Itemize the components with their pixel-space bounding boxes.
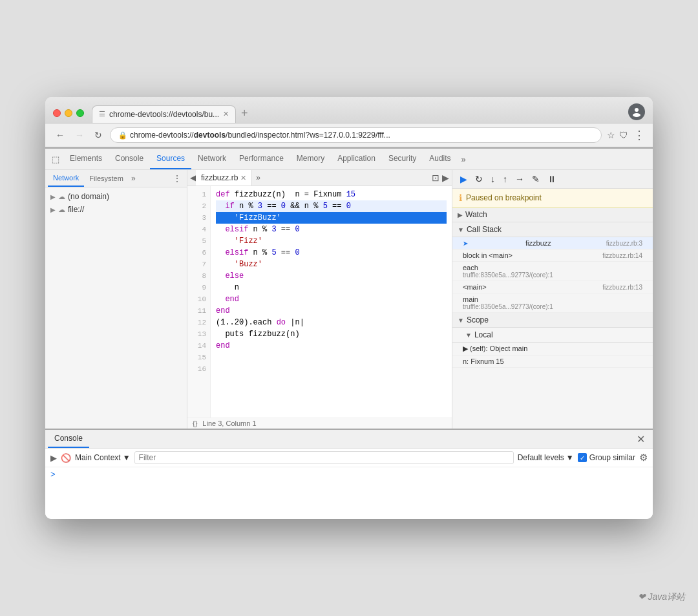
scope-item-n[interactable]: n: Fixnum 15 — [452, 356, 653, 368]
watch-section-header[interactable]: ▶ Watch — [452, 207, 653, 222]
debug-next-btn[interactable]: → — [513, 173, 527, 186]
context-select[interactable]: Main Context ▼ — [75, 453, 131, 462]
tab-close-icon[interactable]: ✕ — [223, 110, 229, 118]
tab-audits[interactable]: Audits — [423, 149, 457, 169]
local-section-header[interactable]: ▼ Local — [452, 328, 653, 343]
tab-console[interactable]: Console — [109, 149, 150, 169]
callstack-item-3[interactable]: <main> fizzbuzz.rb:13 — [452, 281, 653, 293]
callstack-item-4[interactable]: main truffle:8350e5a...92773/(core):1 — [452, 293, 653, 313]
code-line-8: else — [216, 270, 447, 282]
local-arrow-icon: ▼ — [465, 332, 472, 339]
tab-security[interactable]: Security — [382, 149, 423, 169]
panel-more-icon[interactable]: » — [129, 171, 138, 186]
code-line-1: def fizzbuzz(n) n = Fixnum 15 — [216, 189, 447, 200]
console-tabs: Console ✕ — [45, 430, 653, 449]
callstack-fn-0: fizzbuzz — [525, 239, 551, 247]
browser-tab[interactable]: ☰ chrome-devtools://devtools/bu... ✕ — [92, 105, 236, 123]
local-label: Local — [474, 330, 493, 339]
tab-elements[interactable]: Elements — [63, 149, 109, 169]
scope-item-self[interactable]: ▶ (self): Object main — [452, 343, 653, 356]
debug-step-over-btn[interactable]: ↻ — [472, 173, 485, 186]
tree-item-file-label: file:// — [68, 205, 84, 214]
line-numbers: 12345 678910 1112131415 16 — [187, 186, 211, 418]
console-tab-console[interactable]: Console — [48, 430, 89, 448]
console-prompt[interactable]: > — [50, 470, 648, 480]
console-filter-input[interactable] — [134, 451, 514, 464]
editor-tabs: ◀ fizzbuzz.rb ✕ » ⊡ ▶ — [187, 170, 452, 186]
tree-arrow-icon-2: ▶ — [50, 206, 56, 213]
maximize-button[interactable] — [76, 109, 84, 117]
editor-exec-controls: ⊡ ▶ — [432, 173, 449, 183]
scope-n-label: n: Fixnum 15 — [463, 357, 504, 365]
code-line-10: end — [216, 293, 447, 305]
tree-item-nodomain[interactable]: ▶ ☁ (no domain) — [45, 190, 187, 203]
debug-step-out-btn[interactable]: ↑ — [500, 173, 510, 186]
scope-section-header[interactable]: ▼ Scope — [452, 313, 653, 328]
devtools-more-tabs[interactable]: » — [458, 149, 470, 169]
title-bar: ☰ chrome-devtools://devtools/bu... ✕ + — [45, 97, 653, 123]
menu-button[interactable]: ⋮ — [633, 128, 645, 142]
svg-point-0 — [635, 108, 639, 112]
panel-menu-icon[interactable]: ⋮ — [170, 171, 184, 186]
status-bar: {} Line 3, Column 1 — [187, 418, 452, 429]
scope-self-label: ▶ (self): Object main — [463, 345, 527, 352]
devtools-panel: ⬚ Elements Console Sources Network Perfo… — [45, 147, 653, 429]
exec-jump-icon[interactable]: ⊡ — [432, 173, 439, 183]
group-similar-checkbox[interactable]: ✓ — [578, 453, 587, 462]
new-tab-button[interactable]: + — [236, 104, 253, 123]
console-block-btn[interactable]: 🚫 — [61, 453, 71, 463]
callstack-item-0[interactable]: fizzbuzz fizzbuzz.rb:3 — [452, 237, 653, 250]
editor-tab-fizzbuzz[interactable]: fizzbuzz.rb ✕ — [196, 170, 252, 186]
code-line-9: n — [216, 282, 447, 293]
group-similar-toggle[interactable]: ✓ Group similar — [578, 453, 635, 462]
forward-button[interactable]: → — [72, 129, 87, 142]
console-tab-label: Console — [54, 434, 83, 443]
console-run-btn[interactable]: ▶ — [50, 453, 57, 463]
tab-performance[interactable]: Performance — [233, 149, 290, 169]
callstack-item-2[interactable]: each truffle:8350e5a...92773/(core):1 — [452, 262, 653, 281]
tab-application[interactable]: Application — [331, 149, 382, 169]
code-line-2: if n % 3 == 0 && n % 5 == 0 — [216, 200, 447, 212]
panel-tab-network[interactable]: Network — [48, 170, 84, 187]
url-actions: ☆ 🛡 — [607, 130, 628, 140]
levels-arrow-icon: ▼ — [566, 453, 574, 462]
tree-item-file[interactable]: ▶ ☁ file:// — [45, 203, 187, 216]
code-line-13: (1..20).each do |n| — [216, 317, 447, 328]
debug-deactivate-btn[interactable]: ✎ — [529, 173, 542, 186]
editor-back-icon[interactable]: ◀ — [190, 173, 196, 182]
callstack-item-1[interactable]: block in <main> fizzbuzz.rb:14 — [452, 250, 653, 262]
panel-tab-filesystem[interactable]: Filesystem — [84, 171, 129, 186]
code-line-14: puts fizzbuzz(n) — [216, 328, 447, 340]
debug-step-in-btn[interactable]: ↓ — [488, 173, 498, 186]
context-label: Main Context — [75, 453, 121, 462]
devtools-inspector-icon[interactable]: ⬚ — [48, 149, 63, 169]
close-button[interactable] — [53, 109, 61, 117]
left-panel: Network Filesystem » ⋮ ▶ ☁ (no domain) ▶… — [45, 170, 187, 429]
tab-sources[interactable]: Sources — [150, 149, 191, 169]
tab-memory[interactable]: Memory — [290, 149, 331, 169]
code-line-15: end — [216, 340, 447, 352]
debug-pause-btn[interactable]: ⏸ — [545, 173, 559, 186]
extension-button[interactable]: 🛡 — [619, 130, 628, 140]
code-line-11: end — [216, 305, 447, 317]
console-toolbar: ▶ 🚫 Main Context ▼ Default levels ▼ ✓ Gr… — [45, 449, 653, 467]
debug-resume-btn[interactable]: ▶ — [458, 173, 470, 186]
bookmark-button[interactable]: ☆ — [607, 130, 615, 140]
cloud-icon-2: ☁ — [58, 206, 65, 214]
minimize-button[interactable] — [65, 109, 72, 117]
callstack-fn-3: <main> — [463, 283, 487, 291]
console-settings-btn[interactable]: ⚙ — [639, 452, 648, 463]
exec-format-icon[interactable]: ▶ — [442, 173, 449, 183]
callstack-section-header[interactable]: ▼ Call Stack — [452, 222, 653, 237]
level-select[interactable]: Default levels ▼ — [518, 453, 574, 462]
back-button[interactable]: ← — [53, 129, 67, 142]
console-close-button[interactable]: ✕ — [631, 430, 650, 448]
profile-icon[interactable] — [628, 103, 645, 120]
reload-button[interactable]: ↻ — [92, 129, 105, 142]
url-bar[interactable]: 🔒 chrome-devtools://devtools/bundled/ins… — [110, 127, 602, 143]
breakpoint-message: Paused on breakpoint — [466, 193, 542, 202]
editor-tab-more[interactable]: » — [252, 171, 264, 185]
tab-network[interactable]: Network — [191, 149, 233, 169]
panel-tabs: Network Filesystem » ⋮ — [45, 170, 187, 187]
editor-tab-close-icon[interactable]: ✕ — [240, 174, 246, 182]
